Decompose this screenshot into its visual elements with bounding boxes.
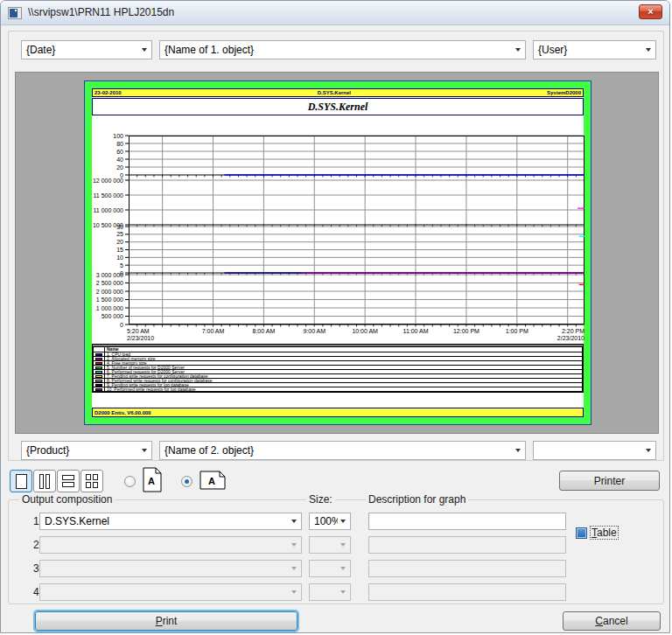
legend-swatch [95,388,102,391]
legend-color-cell [94,357,105,360]
legend-color-cell [94,361,105,365]
portrait-page-icon[interactable]: A [143,467,162,496]
user-select-value: {User} [538,44,643,56]
svg-text:80: 80 [116,141,123,147]
row-number: 3. [18,560,42,577]
window-title: \\srvipsw1\PRN11 HPLJ2015dn [28,1,174,24]
size-column-label: Size: [306,493,335,506]
legend-swatch [95,371,102,373]
page-blank-space [92,393,584,408]
svg-text:8:00 AM: 8:00 AM [253,328,276,334]
chevron-down-icon [338,567,347,570]
svg-text:2 000 000: 2 000 000 [96,289,123,295]
page-header-strip: 23-02-2010 D.SYS.Kernel SystemD2000 [92,88,584,97]
cancel-button[interactable]: Cancel [563,611,661,631]
preview-page: 23-02-2010 D.SYS.Kernel SystemD2000 D.SY… [84,80,592,425]
svg-text:11 000 000: 11 000 000 [93,207,123,213]
landscape-page-icon[interactable]: A [200,471,226,493]
legend-label: 6. Performed requests for D2000 Server [105,370,582,373]
svg-text:12:00 PM: 12:00 PM [453,328,480,334]
svg-text:11 500 000: 11 500 000 [93,192,123,199]
chevron-down-icon [643,449,653,452]
legend-label: 4. Free memory size [105,361,582,365]
size-select-4 [309,583,351,601]
svg-text:7:00 AM: 7:00 AM [202,328,225,334]
legend-label: 2. Allocated memory size [105,357,582,360]
group-label: Output composition [19,493,115,506]
legend-swatch [95,380,102,382]
legend-swatch [95,353,102,356]
object2-select[interactable]: {Name of 2. object} [159,441,526,460]
graph-select-3 [39,560,302,577]
graph-title: D.SYS.Kernel [92,98,584,115]
print-preview-area: 23-02-2010 D.SYS.Kernel SystemD2000 D.SY… [15,72,659,434]
svg-text:2/23/2010: 2/23/2010 [557,335,584,341]
description-column-label: Description for graph [366,493,468,506]
legend-swatch [95,384,102,387]
chevron-down-icon [338,520,347,523]
chevron-down-icon [289,520,298,523]
chevron-down-icon [338,590,347,594]
composition-row: 3. [9,560,663,577]
extra-select[interactable] [533,441,656,460]
layout-two-pages-horizontal-button[interactable] [57,470,80,492]
svg-text:5:20 AM: 5:20 AM [127,328,150,334]
graph-select-1[interactable]: D.SYS.Kernel [39,513,302,530]
svg-text:40: 40 [116,157,123,163]
legend-row: 10. Performed write requests for log dat… [93,387,583,392]
svg-text:15: 15 [116,247,123,253]
svg-text:A: A [208,476,215,486]
print-button[interactable]: Print [35,611,298,631]
size-select-1[interactable]: 100% [309,513,351,530]
date-select[interactable]: {Date} [21,40,152,59]
legend-label: 7. Pending write requests for configurat… [105,374,582,378]
object1-select[interactable]: {Name of 1. object} [159,40,526,59]
svg-text:9:00 AM: 9:00 AM [303,328,326,334]
layout-four-pages-button[interactable] [80,470,103,492]
orientation-portrait-radio[interactable] [124,476,136,487]
size-select-1-value: 100% [314,515,338,527]
close-button[interactable]: × [639,4,662,19]
row-number: 2. [18,536,42,554]
svg-text:3 000 000: 3 000 000 [96,272,123,278]
user-select[interactable]: {User} [533,40,656,59]
composition-row: 4. [9,583,663,601]
legend-color-column-header [94,347,105,352]
preview-page-content: 23-02-2010 D.SYS.Kernel SystemD2000 D.SY… [92,88,584,417]
title-bar: \\srvipsw1\PRN11 HPLJ2015dn × [1,1,669,25]
orientation-landscape-radio[interactable] [181,476,192,487]
date-select-value: {Date} [26,44,139,56]
svg-text:1:00 PM: 1:00 PM [506,328,528,334]
four-pages-icon [93,474,98,488]
graph-select-4 [39,583,302,601]
product-select-value: {Product} [26,444,139,457]
layout-one-page-button[interactable] [10,470,32,492]
preview-chart-svg: 10080604020012 000 00011 500 00011 000 0… [92,116,585,342]
layout-two-pages-vertical-button[interactable] [33,470,56,492]
page-header-system: SystemD2000 [547,90,581,95]
row-number: 1. [18,513,42,530]
svg-text:0: 0 [120,322,123,328]
legend-swatch [95,375,102,378]
chevron-down-icon [338,543,347,547]
legend-color-cell [94,370,105,373]
chevron-down-icon [289,543,298,547]
legend-label: 1. CPU load [105,352,582,356]
svg-text:A: A [148,476,155,486]
product-select[interactable]: {Product} [21,441,152,460]
svg-text:5: 5 [120,262,123,269]
legend-color-cell [94,374,105,378]
chevron-down-icon [513,449,522,452]
legend-color-cell [94,379,105,382]
chevron-down-icon [513,48,522,52]
legend-label: 9. Pending write requests for log databa… [105,383,582,387]
svg-text:100: 100 [113,133,123,139]
svg-text:60: 60 [116,149,123,155]
chart-area: 10080604020012 000 00011 500 00011 000 0… [92,116,584,342]
description-input-1[interactable] [368,513,566,530]
printer-button[interactable]: Printer [559,471,660,491]
output-composition-group: Output composition Size: Description for… [8,499,664,604]
svg-text:11:00 AM: 11:00 AM [403,328,429,334]
legend-swatch [95,366,102,369]
svg-text:20: 20 [116,239,123,245]
